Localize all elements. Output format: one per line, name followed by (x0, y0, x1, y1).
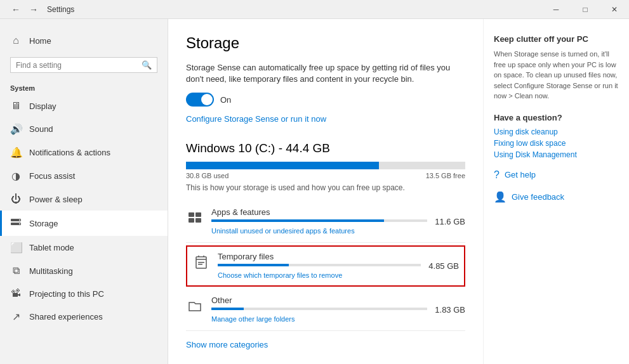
titlebar: ← → Settings ─ □ ✕ (0, 0, 629, 19)
right-question: Have a question? (494, 113, 619, 122)
sidebar-item-focus[interactable]: ◑ Focus assist (0, 164, 168, 188)
svg-rect-7 (195, 218, 201, 223)
get-help-label: Get help (505, 170, 536, 179)
main-content: Storage Storage Sense can automatically … (168, 19, 483, 364)
multitasking-label: Multitasking (29, 266, 73, 276)
apps-bar (211, 219, 427, 222)
temp-info: Temporary files Choose which temporary f… (218, 252, 421, 280)
temp-bar (218, 264, 421, 266)
apps-bar-fill (211, 219, 384, 222)
temp-sub[interactable]: Choose which temporary files to remove (218, 271, 342, 279)
back-button[interactable]: ← (8, 3, 24, 16)
titlebar-title: Settings (47, 5, 74, 14)
right-panel-clutter-text: When Storage sense is turned on, it'll f… (494, 49, 619, 101)
temp-size: 4.85 GB (428, 261, 459, 271)
storage-bar-used (186, 162, 379, 169)
temp-name: Temporary files (218, 252, 421, 261)
other-sub[interactable]: Manage other large folders (211, 315, 295, 323)
storage-icon (10, 216, 22, 230)
storage-label: Storage (29, 219, 58, 228)
other-name: Other (211, 296, 427, 305)
sidebar-item-sound[interactable]: 🔊 Sound (0, 117, 168, 141)
shared-icon: ↗ (10, 311, 22, 323)
sidebar-item-power[interactable]: ⏻ Power & sleep (0, 188, 168, 211)
give-feedback-link[interactable]: 👤 Give feedback (494, 191, 619, 203)
tablet-icon: ⬜ (10, 242, 22, 254)
feedback-icon: 👤 (494, 191, 507, 203)
temp-icon (192, 253, 210, 271)
bar-used-label: 30.8 GB used (186, 172, 228, 179)
storage-item-other: Other Manage other large folders 1.83 GB (186, 289, 465, 331)
display-label: Display (29, 101, 56, 111)
sidebar-item-notifications[interactable]: 🔔 Notifications & actions (0, 141, 168, 164)
restore-button[interactable]: □ (571, 0, 600, 19)
toggle-thumb (201, 94, 213, 105)
sidebar-section-label: System (0, 78, 168, 94)
storage-sense-toggle[interactable] (186, 93, 214, 107)
svg-rect-4 (189, 212, 194, 217)
svg-rect-6 (189, 218, 194, 223)
svg-rect-13 (198, 264, 202, 265)
right-link-disk-cleanup[interactable]: Using disk cleanup (494, 127, 619, 136)
sidebar-item-storage[interactable]: Storage (0, 211, 168, 236)
apps-sub[interactable]: Uninstall unused or undesired apps & fea… (211, 227, 355, 235)
storage-item-temp: Temporary files Choose which temporary f… (186, 245, 465, 287)
show-more-link[interactable]: Show more categories (186, 340, 268, 349)
drive-title: Windows 10 (C:) - 44.4 GB (186, 141, 465, 155)
storage-sense-description: Storage Sense can automatically free up … (186, 62, 465, 85)
display-icon: 🖥 (10, 100, 22, 112)
forward-button[interactable]: → (25, 3, 42, 16)
svg-rect-5 (195, 212, 201, 217)
sound-label: Sound (29, 124, 53, 134)
sidebar-nav: System 🖥 Display 🔊 Sound 🔔 Notifications… (0, 78, 168, 364)
apps-size: 11.6 GB (435, 217, 465, 226)
storage-bar-container: 30.8 GB used 13.5 GB free (186, 162, 465, 179)
power-icon: ⏻ (10, 193, 22, 205)
apps-name: Apps & features (211, 207, 427, 217)
configure-link[interactable]: Configure Storage Sense or run it now (186, 114, 326, 124)
sidebar-item-tablet[interactable]: ⬜ Tablet mode (0, 236, 168, 259)
sidebar-item-display[interactable]: 🖥 Display (0, 94, 168, 117)
right-link-disk-management[interactable]: Using Disk Management (494, 150, 619, 159)
svg-point-3 (19, 223, 20, 224)
titlebar-left: ← → Settings (8, 3, 74, 16)
content-area: Storage Storage Sense can automatically … (168, 19, 629, 364)
sidebar-item-home[interactable]: ⌂ Home (10, 29, 157, 52)
feedback-label: Give feedback (512, 192, 564, 202)
focus-icon: ◑ (10, 170, 22, 182)
right-link-low-disk[interactable]: Fixing low disk space (494, 139, 619, 148)
other-info: Other Manage other large folders (211, 296, 427, 324)
storage-bar-bg (186, 162, 465, 169)
storage-bar-labels: 30.8 GB used 13.5 GB free (186, 172, 465, 179)
sound-icon: 🔊 (10, 123, 22, 135)
tablet-label: Tablet mode (29, 243, 74, 252)
sidebar: ⌂ Home 🔍 System 🖥 Display 🔊 Sound (0, 19, 168, 364)
sidebar-item-shared[interactable]: ↗ Shared experiences (0, 305, 168, 328)
apps-icon (186, 209, 204, 226)
right-panel-clutter-title: Keep clutter off your PC (494, 34, 619, 44)
other-icon (186, 297, 204, 315)
app-container: ⌂ Home 🔍 System 🖥 Display 🔊 Sound (0, 19, 629, 364)
focus-label: Focus assist (29, 171, 75, 181)
get-help-link[interactable]: ? Get help (494, 169, 619, 181)
sidebar-header: ⌂ Home 🔍 (0, 19, 168, 78)
svg-rect-12 (198, 262, 204, 263)
projecting-icon: 📽 (10, 288, 22, 299)
home-label: Home (29, 36, 51, 46)
notifications-icon: 🔔 (10, 146, 22, 159)
sidebar-item-projecting[interactable]: 📽 Projecting to this PC (0, 282, 168, 305)
search-input[interactable] (16, 61, 138, 70)
titlebar-nav: ← → (8, 3, 42, 16)
close-button[interactable]: ✕ (600, 0, 629, 19)
minimize-button[interactable]: ─ (541, 0, 571, 19)
get-help-icon: ? (494, 169, 500, 181)
page-title: Storage (186, 34, 465, 52)
multitasking-icon: ⧉ (10, 265, 22, 276)
titlebar-controls: ─ □ ✕ (541, 0, 629, 19)
power-label: Power & sleep (29, 195, 83, 204)
storage-desc: This is how your storage is used and how… (186, 183, 465, 192)
temp-bar-fill (218, 264, 289, 266)
search-icon: 🔍 (142, 60, 152, 70)
bar-free-label: 13.5 GB free (426, 172, 465, 179)
sidebar-item-multitasking[interactable]: ⧉ Multitasking (0, 259, 168, 282)
